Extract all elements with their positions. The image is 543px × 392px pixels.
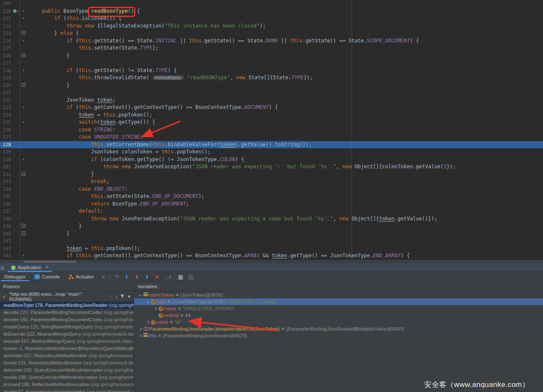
code-text: this.setState(State.TYPE); xyxy=(27,44,543,52)
tab-debugger[interactable]: Debugger xyxy=(0,272,30,281)
code-line: 134 case END_OBJECT: xyxy=(0,186,543,193)
code-line: 127 case UNQUOTED_STRING: xyxy=(0,133,543,141)
layout-settings-icon[interactable]: ▤ xyxy=(186,272,196,281)
tab-actuator[interactable]: Actuator xyxy=(64,272,98,281)
next-frame-icon[interactable]: ↓ xyxy=(115,294,118,300)
evaluate-expression-icon[interactable]: ▦ xyxy=(176,272,186,281)
fold-arrow-icon[interactable]: ▾ xyxy=(20,8,27,15)
variable-row[interactable]: fvalue="id" xyxy=(134,319,543,325)
override-marker-icon: ↑ xyxy=(13,8,20,15)
stack-frame-row[interactable]: createQuery:121, StringBasedMongoQuery (… xyxy=(0,323,134,331)
stack-frame-row[interactable]: doExecute:122, AbstractMongoQuery (org.s… xyxy=(0,331,134,338)
code-line: 116 } xyxy=(0,52,543,60)
chevron-right-icon[interactable] xyxy=(137,328,143,330)
fold-arrow-icon[interactable]: ▾ xyxy=(20,104,27,111)
fold-arrow-icon[interactable]: ▾ xyxy=(20,15,27,22)
code-text: token = this.popToken(); xyxy=(27,245,543,253)
stack-frame-row[interactable]: decode:227, ParameterBindingDocumentCode… xyxy=(0,309,134,316)
variable-row[interactable]: ftype={JsonTokenType@9035} "UNQUOTED_STR… xyxy=(134,298,543,305)
stack-frame-row[interactable]: invoke:121, RepositoryMethodInvoker (org… xyxy=(0,359,134,367)
line-number: 110 xyxy=(0,8,13,15)
fold-collapse-icon[interactable] xyxy=(20,222,27,230)
stack-frame-row[interactable]: readBsonType:178, ParameterBindingJsonRe… xyxy=(0,302,134,309)
code-editor[interactable]: 109110↑▾ public BsonType readBsonType() … xyxy=(0,0,543,259)
code-line: 132 } xyxy=(0,171,543,178)
fold-arrow-icon[interactable]: ▾ xyxy=(20,252,27,259)
gutter-spacer xyxy=(13,59,20,67)
code-text: if (colonToken.getType() != JsonTokenTyp… xyxy=(27,156,543,164)
code-line: 137 default: xyxy=(0,208,543,215)
fold-arrow-icon[interactable]: ▾ xyxy=(20,67,27,75)
chevron-right-icon[interactable] xyxy=(137,335,143,337)
fold-collapse-icon[interactable] xyxy=(20,52,27,60)
variable-name: type xyxy=(157,298,166,305)
variable-name: this xyxy=(149,332,157,339)
drop-frame-icon[interactable]: ✕ xyxy=(152,272,162,281)
stack-frame-row[interactable]: invoke:97, ExposeInvocationInterceptor (… xyxy=(0,388,134,392)
hscrollbar-thumb[interactable] xyxy=(23,261,76,263)
code-text: throw new IllegalStateException("This in… xyxy=(27,22,543,30)
run-tab-application[interactable]: Application ✕ xyxy=(8,263,52,272)
prev-frame-icon[interactable]: ↑ xyxy=(110,294,112,300)
code-line: 111▾ if (this.isClosed()) { xyxy=(0,15,543,22)
step-into-icon[interactable]: ⬇ xyxy=(122,272,132,281)
fold-arrow-icon[interactable]: ▾ xyxy=(20,37,27,45)
variable-row[interactable]: this={ParameterBindingJsonReader@9029} xyxy=(134,332,543,339)
gutter-spacer xyxy=(13,111,20,119)
fold-collapse-icon[interactable] xyxy=(20,30,27,37)
view-options-icon[interactable]: ≡ xyxy=(98,272,109,281)
chevron-right-icon[interactable] xyxy=(153,308,158,310)
chevron-down-icon[interactable] xyxy=(145,301,150,303)
tab-console[interactable]: > Console xyxy=(30,272,64,281)
chevron-down-icon[interactable]: ▼ xyxy=(127,295,131,299)
fold-collapse-icon[interactable] xyxy=(20,230,27,238)
code-line: 133 break; xyxy=(0,178,543,186)
editor-hscrollbar[interactable] xyxy=(0,259,543,263)
variable-row[interactable]: fordinal=14 xyxy=(134,312,543,319)
stack-frame-row[interactable]: doInvoke:137, RepositoryMethodInvoker (o… xyxy=(0,352,134,359)
fold-gutter xyxy=(20,215,27,223)
variable-row[interactable]: ParameterBindingJsonReader.bindableValue… xyxy=(134,325,543,332)
code-line: 109 xyxy=(0,0,543,8)
chevron-right-icon[interactable] xyxy=(145,321,150,323)
variable-value: "id" xyxy=(174,319,182,325)
fold-collapse-icon[interactable] xyxy=(20,82,27,89)
force-step-into-icon[interactable]: ⬇ xyxy=(132,272,142,281)
watermark: 安全客（www.anquanke.com） xyxy=(424,380,529,389)
variable-icon xyxy=(143,292,149,298)
code-line: 120 } xyxy=(0,82,543,89)
fold-arrow-icon[interactable]: ▾ xyxy=(20,119,27,126)
variable-row[interactable]: nameToken={JsonToken@9026} xyxy=(134,292,543,298)
thread-selector[interactable]: ✓ "http-nio-8080-exec...roup "main": RUN… xyxy=(0,292,134,302)
actuator-icon xyxy=(68,274,74,280)
step-out-icon[interactable]: ⬆ xyxy=(142,272,152,281)
fold-arrow-icon[interactable]: ▾ xyxy=(20,156,27,164)
stack-frame-row[interactable]: invoke:138, QueryExecutorMethodIntercept… xyxy=(0,374,134,381)
line-number: 129 xyxy=(0,148,13,156)
stack-frame-row[interactable]: decode:180, ParameterBindingDocumentCode… xyxy=(0,316,134,323)
gutter-spacer xyxy=(13,215,20,223)
stack-frame-row[interactable]: proceed:186, ReflectiveMethodInvocation … xyxy=(0,381,134,388)
close-icon[interactable]: ✕ xyxy=(45,265,49,270)
variable-value: "UNQUOTED_STRING" xyxy=(183,305,235,312)
gutter-spacer xyxy=(13,178,20,186)
fold-gutter xyxy=(20,237,27,245)
chevron-down-icon[interactable] xyxy=(137,295,143,296)
step-over-icon[interactable]: ↷ xyxy=(112,272,122,281)
variable-row[interactable]: fname="UNQUOTED_STRING" xyxy=(134,305,543,312)
active-tab-underline xyxy=(1,280,29,281)
stack-frame-row[interactable]: invoke:-1, RepositoryMethodInvoker$Repos… xyxy=(0,345,134,352)
code-line: 117 xyxy=(0,59,543,67)
run-to-cursor-icon[interactable]: →I xyxy=(162,272,173,281)
stack-frame-row[interactable]: execute:107, AbstractMongoQuery (org.spr… xyxy=(0,338,134,345)
tab-label: Actuator xyxy=(76,274,94,279)
code-line: 135 this.setState(State.END_OF_DOCUMENT)… xyxy=(0,193,543,200)
code-text: } xyxy=(27,52,543,60)
stack-frame-row[interactable]: doInvoke:159, QueryExecutorMethodInterce… xyxy=(0,367,134,374)
gutter-spacer xyxy=(13,230,20,238)
fold-collapse-icon[interactable] xyxy=(20,171,27,178)
code-line: 125▾ switch(token.getType()) { xyxy=(0,119,543,126)
code-text: default: xyxy=(27,208,543,215)
code-line: 129 JsonToken colonToken = this.popToken… xyxy=(0,148,543,156)
filter-icon[interactable] xyxy=(120,294,125,299)
